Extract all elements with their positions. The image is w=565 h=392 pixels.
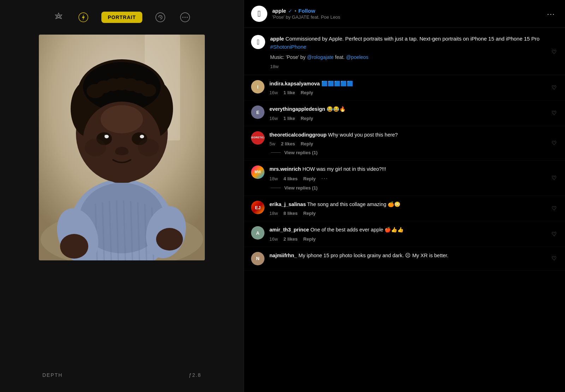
settings-icon[interactable] bbox=[52, 11, 65, 24]
main-post-like-icon[interactable]: ♡ bbox=[550, 47, 558, 57]
comment-meta-theoretical: 5w 2 likes Reply bbox=[269, 141, 545, 146]
main-post-content: apple Commissioned by Apple. Perfect por… bbox=[270, 35, 545, 69]
comment-likes-indira: 1 like bbox=[284, 90, 295, 95]
comment-time-everything: 16w bbox=[269, 116, 278, 121]
comment-author-amir[interactable]: amir_th3_prince bbox=[269, 227, 309, 233]
svg-point-1 bbox=[58, 16, 60, 18]
depth-info: DEPTH ƒ2.8 bbox=[0, 372, 244, 378]
post-subtitle: 'Pose' by GAJATE feat. Poe Leos bbox=[272, 14, 539, 20]
avatar-mrsweinrich[interactable]: MW bbox=[251, 165, 264, 179]
comment-author-mrsweinrich[interactable]: mrs.weinrich bbox=[269, 166, 301, 172]
right-panel:  apple ✓ • Follow 'Pose' by GAJATE feat… bbox=[244, 0, 565, 392]
avatar-indira[interactable]: I bbox=[251, 80, 264, 94]
comment-time-indira: 16w bbox=[269, 90, 278, 95]
depth-label: DEPTH bbox=[42, 372, 63, 378]
more-options-button[interactable]: ··· bbox=[544, 10, 558, 18]
music-line: Music: 'Pose' by @rologajate feat. @poel… bbox=[270, 54, 545, 61]
like-icon-amir[interactable]: ♡ bbox=[550, 229, 558, 239]
flash-icon[interactable] bbox=[77, 11, 90, 24]
comment-author-indira[interactable]: indira.kapsalyamova bbox=[269, 81, 320, 86]
more-dots-mrsweinrich[interactable]: ··· bbox=[321, 175, 328, 182]
apple-logo-post-icon:  bbox=[257, 38, 259, 46]
comment-text-theoretical: theoreticalcodinggroup Why would you pos… bbox=[269, 131, 545, 138]
reply-button-theoretical[interactable]: Reply bbox=[301, 141, 313, 146]
comment-text-indira: indira.kapsalyamova 🟦🟦🟦🟦🟦 bbox=[269, 80, 545, 87]
svg-point-49 bbox=[138, 139, 159, 156]
like-icon-erika[interactable]: ♡ bbox=[550, 204, 558, 213]
apple-logo-icon:  bbox=[258, 9, 261, 19]
comment-text-erika: erika_j_salinas The song and this collag… bbox=[269, 201, 545, 208]
like-icon-indira[interactable]: ♡ bbox=[550, 83, 558, 92]
portrait-button[interactable]: PORTRAIT bbox=[101, 12, 142, 23]
comment-row: THEORETICAL theoreticalcodinggroup Why w… bbox=[244, 126, 565, 161]
svg-point-44 bbox=[105, 135, 106, 136]
view-replies-mrsweinrich: View replies (1) bbox=[269, 185, 545, 191]
reply-button-amir[interactable]: Reply bbox=[303, 236, 316, 242]
reply-button-everything[interactable]: Reply bbox=[301, 116, 313, 121]
svg-point-48 bbox=[85, 139, 106, 156]
mention-rologajate[interactable]: @rologajate bbox=[307, 54, 334, 60]
comment-author-theoretical[interactable]: theoreticalcodinggroup bbox=[269, 132, 327, 138]
reply-line bbox=[271, 188, 281, 188]
svg-point-39 bbox=[101, 105, 143, 133]
comment-likes-erika: 8 likes bbox=[284, 211, 298, 216]
view-replies-theoretical: View replies (1) bbox=[269, 150, 545, 155]
focus-icon[interactable] bbox=[154, 11, 167, 24]
comment-body-indira: indira.kapsalyamova 🟦🟦🟦🟦🟦 16w 1 like Rep… bbox=[269, 80, 545, 95]
reply-button-mrsweinrich[interactable]: Reply bbox=[303, 176, 316, 181]
header-username[interactable]: apple bbox=[272, 8, 286, 14]
main-post-meta: 18w bbox=[270, 64, 545, 69]
comment-author-everything[interactable]: everythingappledesign bbox=[269, 106, 325, 112]
reply-button-erika[interactable]: Reply bbox=[303, 211, 316, 216]
comment-meta-amir: 16w 2 likes Reply bbox=[269, 236, 545, 242]
avatar-najmii[interactable]: N bbox=[251, 252, 264, 265]
more-camera-icon[interactable] bbox=[178, 11, 192, 24]
verified-icon: ✓ bbox=[288, 8, 292, 14]
comment-time-theoretical: 5w bbox=[269, 141, 275, 146]
svg-point-9 bbox=[186, 17, 188, 18]
comment-time-mrsweinrich: 18w bbox=[269, 176, 278, 181]
svg-marker-3 bbox=[82, 14, 85, 21]
like-icon-najmii[interactable]: ♡ bbox=[550, 254, 558, 263]
apple-avatar-post:  bbox=[251, 35, 265, 49]
like-icon-everything[interactable]: ♡ bbox=[550, 108, 558, 118]
comment-author-erika[interactable]: erika_j_salinas bbox=[269, 201, 306, 207]
view-replies-button-theoretical[interactable]: View replies (1) bbox=[284, 150, 317, 155]
comment-author-najmii[interactable]: najmiifrhn_ bbox=[269, 253, 297, 258]
like-icon-theoretical[interactable]: ♡ bbox=[550, 138, 558, 148]
fstop-label: ƒ2.8 bbox=[189, 372, 201, 378]
apple-avatar-header:  bbox=[251, 6, 267, 22]
avatar-theoretical[interactable]: THEORETICAL bbox=[251, 131, 264, 145]
reply-button-indira[interactable]: Reply bbox=[301, 90, 313, 95]
post-author-name[interactable]: apple bbox=[270, 36, 284, 42]
mention-poeleos[interactable]: @poeleos bbox=[346, 54, 368, 60]
comment-meta-erika: 18w 8 likes Reply bbox=[269, 211, 545, 216]
comment-text-amir: amir_th3_prince One of the best adds eve… bbox=[269, 226, 545, 233]
post-header-name: apple ✓ • Follow bbox=[272, 8, 539, 14]
main-post-comment:  apple Commissioned by Apple. Perfect p… bbox=[244, 28, 565, 75]
comment-time-erika: 18w bbox=[269, 211, 278, 216]
feat-text: feat. bbox=[334, 54, 346, 60]
avatar-everything[interactable]: E bbox=[251, 105, 264, 119]
comment-body-erika: erika_j_salinas The song and this collag… bbox=[269, 201, 545, 216]
comment-row: MW mrs.weinrich HOW was my girl not in t… bbox=[244, 161, 565, 196]
comment-text-everything: everythingappledesign 😂😂🔥 bbox=[269, 105, 545, 113]
like-icon-mrsweinrich[interactable]: ♡ bbox=[550, 173, 558, 183]
main-post-time: 18w bbox=[270, 64, 279, 69]
hashtag-link[interactable]: #ShotoniPhone bbox=[270, 44, 307, 50]
svg-point-8 bbox=[184, 17, 185, 18]
follow-button[interactable]: Follow bbox=[298, 8, 315, 14]
svg-point-5 bbox=[160, 17, 161, 18]
main-post-text: apple Commissioned by Apple. Perfect por… bbox=[270, 35, 545, 51]
comment-body-everything: everythingappledesign 😂😂🔥 16w 1 like Rep… bbox=[269, 105, 545, 121]
view-replies-button-mrsweinrich[interactable]: View replies (1) bbox=[284, 185, 317, 191]
post-header-info: apple ✓ • Follow 'Pose' by GAJATE feat. … bbox=[272, 8, 539, 20]
avatar-amir[interactable]: A bbox=[251, 226, 264, 240]
comment-likes-everything: 1 like bbox=[284, 116, 295, 121]
comment-likes-theoretical: 2 likes bbox=[281, 141, 295, 146]
comment-row: N najmiifrhn_ My iphone 15 pro photo loo… bbox=[244, 247, 565, 271]
post-header:  apple ✓ • Follow 'Pose' by GAJATE feat… bbox=[244, 0, 565, 28]
dot-separator: • bbox=[295, 8, 296, 14]
comment-likes-amir: 2 likes bbox=[284, 236, 298, 242]
avatar-erika[interactable]: EJ bbox=[251, 201, 264, 214]
